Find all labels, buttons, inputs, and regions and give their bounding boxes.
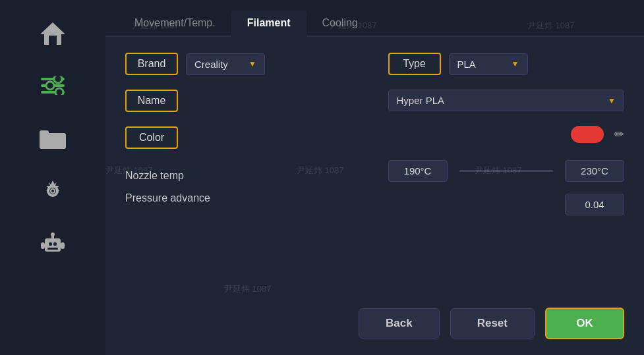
brand-dropdown[interactable]: Creality ▼ (186, 53, 265, 75)
pressure-value-row: 0.04 (388, 194, 625, 215)
svg-point-7 (55, 88, 63, 95)
filament-content: Brand Creality ▼ Name Color Nozzle temp (105, 37, 644, 231)
right-column: Type PLA ▼ Hyper PLA ▼ ✏ (388, 53, 625, 215)
svg-rect-21 (61, 242, 65, 249)
type-dropdown-arrow: ▼ (512, 59, 519, 68)
sidebar-item-home[interactable] (0, 7, 105, 59)
type-dropdown[interactable]: PLA ▼ (449, 53, 528, 75)
brand-row: Brand Creality ▼ (125, 53, 362, 75)
pressure-row: Pressure advance (125, 192, 362, 204)
tab-cooling[interactable]: Cooling (307, 11, 374, 36)
gear-icon (41, 179, 65, 203)
nozzle-label: Nozzle temp (125, 170, 231, 182)
name-row: Name (125, 90, 362, 112)
nozzle-temp-slider[interactable] (459, 170, 554, 172)
sidebar-item-sliders[interactable] (0, 59, 105, 112)
tab-filament[interactable]: Filament (231, 11, 307, 37)
edit-icon[interactable]: ✏ (614, 127, 624, 142)
sliders-icon (41, 76, 65, 95)
svg-rect-16 (53, 242, 57, 246)
svg-rect-17 (47, 248, 58, 250)
type-row: Type PLA ▼ (388, 53, 625, 75)
hyper-row: Hyper PLA ▼ (388, 90, 625, 111)
svg-rect-1 (49, 36, 57, 45)
pressure-input[interactable]: 0.04 (565, 194, 624, 215)
svg-point-3 (54, 76, 62, 83)
brand-label: Brand (125, 53, 178, 75)
left-column: Brand Creality ▼ Name Color Nozzle temp (125, 53, 362, 215)
tab-movement[interactable]: Movement/Temp. (119, 11, 231, 36)
reset-button[interactable]: Reset (450, 308, 535, 339)
ok-button[interactable]: OK (545, 308, 624, 339)
nozzle-row: Nozzle temp (125, 170, 362, 182)
type-label: Type (388, 53, 441, 75)
button-row: Back Reset OK (359, 308, 624, 339)
folder-icon (40, 128, 66, 149)
brand-dropdown-arrow: ▼ (249, 59, 256, 68)
sidebar-item-robot[interactable] (0, 217, 105, 270)
color-swatch[interactable] (571, 126, 604, 143)
main-content: Movement/Temp. Filament Cooling Brand Cr… (105, 0, 644, 355)
back-button[interactable]: Back (359, 308, 440, 339)
hyper-dropdown[interactable]: Hyper PLA ▼ (388, 90, 625, 111)
svg-point-19 (51, 232, 55, 236)
sidebar-item-gear[interactable] (0, 165, 105, 217)
color-swatch-row: ✏ (388, 126, 625, 143)
color-row: Color (125, 126, 362, 149)
nozzle-min-input[interactable]: 190°C (388, 160, 448, 182)
home-icon (40, 21, 65, 45)
svg-rect-20 (41, 242, 45, 249)
pressure-label: Pressure advance (125, 192, 231, 204)
nozzle-temp-inputs: 190°C 230°C (388, 160, 625, 182)
sidebar-item-folder[interactable] (0, 112, 105, 165)
tabs-bar: Movement/Temp. Filament Cooling (105, 0, 644, 37)
color-label: Color (125, 126, 178, 149)
robot-icon (41, 232, 65, 256)
svg-rect-10 (40, 130, 49, 136)
name-label: Name (125, 90, 178, 112)
svg-rect-15 (49, 242, 52, 246)
sidebar (0, 0, 105, 355)
hyper-dropdown-arrow: ▼ (608, 96, 616, 105)
svg-point-5 (46, 82, 54, 90)
nozzle-max-input[interactable]: 230°C (565, 160, 624, 182)
